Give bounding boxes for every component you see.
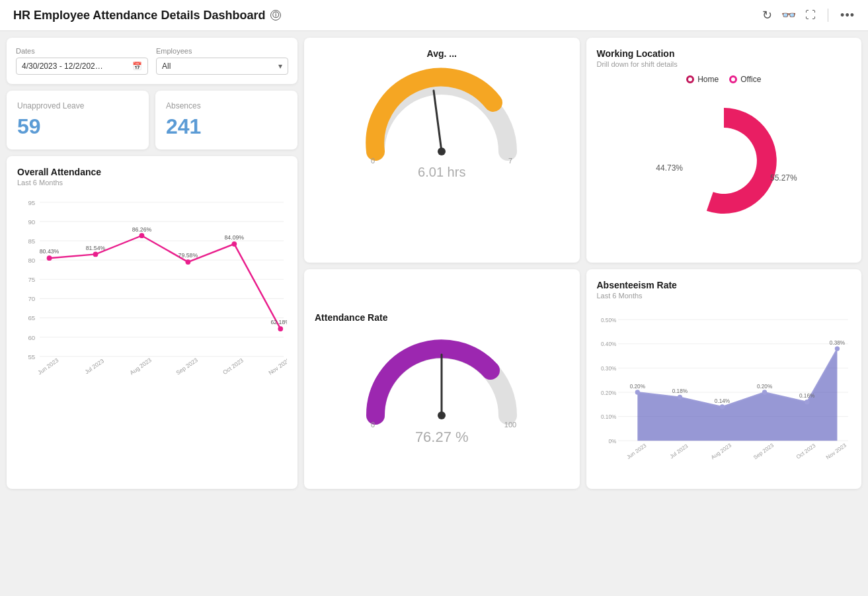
svg-text:95: 95 bbox=[28, 199, 35, 206]
svg-text:0.14%: 0.14% bbox=[714, 398, 730, 404]
office-legend-label: Office bbox=[740, 75, 761, 84]
employees-value: All bbox=[162, 62, 274, 71]
absenteeism-svg: 0% 0.10% 0.20% 0.30% 0.40% 0.50% bbox=[597, 306, 851, 478]
header-divider bbox=[828, 9, 828, 22]
dates-label: Dates bbox=[16, 47, 148, 55]
office-legend-dot bbox=[729, 75, 737, 83]
office-pct-label: 55.27% bbox=[770, 173, 797, 183]
svg-text:Nov 2023: Nov 2023 bbox=[267, 357, 287, 376]
employees-label: Employees bbox=[156, 47, 288, 55]
absences-value: 241 bbox=[166, 114, 287, 139]
svg-text:75: 75 bbox=[28, 276, 35, 283]
data-point bbox=[635, 390, 639, 394]
svg-text:0.16%: 0.16% bbox=[799, 393, 815, 399]
filters-card: Dates 4/30/2023 - 12/2/202… 📅 Employees … bbox=[7, 38, 297, 84]
svg-text:Jun 2023: Jun 2023 bbox=[36, 357, 59, 376]
info-icon[interactable]: ⓘ bbox=[270, 10, 281, 21]
working-location-legend: Home Office bbox=[597, 75, 851, 84]
data-point bbox=[805, 400, 809, 404]
svg-text:Sep 2023: Sep 2023 bbox=[752, 442, 775, 460]
absenteeism-chart: 0% 0.10% 0.20% 0.30% 0.40% 0.50% bbox=[597, 306, 851, 478]
chevron-down-icon: ▾ bbox=[278, 62, 282, 71]
absenteeism-card: Absenteeism Rate Last 6 Months 0% 0.10% … bbox=[586, 269, 862, 489]
svg-text:62.18%: 62.18% bbox=[270, 319, 287, 325]
svg-text:0%: 0% bbox=[608, 439, 617, 445]
unapproved-value: 59 bbox=[17, 114, 138, 139]
svg-text:0: 0 bbox=[371, 157, 375, 165]
avg-gauge-container: 0 7 6.01 hrs bbox=[315, 65, 569, 180]
dashboard: HR Employee Attendance Details Dashboard… bbox=[0, 0, 868, 596]
svg-text:Jul 2023: Jul 2023 bbox=[83, 357, 105, 375]
svg-text:60: 60 bbox=[28, 334, 35, 341]
att-rate-title: Attendance Rate bbox=[315, 312, 387, 323]
svg-text:90: 90 bbox=[28, 218, 35, 226]
data-point bbox=[834, 346, 839, 351]
data-point bbox=[139, 233, 145, 238]
svg-text:100: 100 bbox=[504, 421, 516, 429]
svg-text:0.20%: 0.20% bbox=[756, 384, 772, 390]
svg-text:Nov 2023: Nov 2023 bbox=[825, 442, 848, 460]
data-point bbox=[47, 255, 52, 261]
overall-attendance-chart: 95 90 85 80 75 70 65 60 55 bbox=[17, 193, 287, 378]
data-point bbox=[278, 326, 283, 331]
glasses-icon[interactable]: 👓 bbox=[781, 8, 796, 22]
svg-text:86.26%: 86.26% bbox=[132, 226, 152, 233]
donut-chart-container: 44.73% 55.27% bbox=[597, 95, 851, 227]
working-location-title: Working Location bbox=[597, 48, 851, 59]
svg-text:Aug 2023: Aug 2023 bbox=[129, 357, 153, 376]
avg-gauge-value: 6.01 hrs bbox=[418, 165, 465, 180]
svg-text:80.43%: 80.43% bbox=[40, 248, 59, 255]
svg-text:70: 70 bbox=[28, 295, 35, 302]
svg-text:0.10%: 0.10% bbox=[600, 414, 616, 420]
data-point bbox=[231, 241, 237, 247]
refresh-icon[interactable]: ↻ bbox=[762, 8, 772, 22]
more-icon[interactable]: ••• bbox=[840, 9, 855, 22]
svg-text:0.50%: 0.50% bbox=[600, 318, 616, 323]
avg-gauge-title: Avg. ... bbox=[427, 48, 457, 59]
working-location-subtitle: Drill down for shift details bbox=[597, 60, 851, 68]
svg-text:0.20%: 0.20% bbox=[600, 390, 616, 396]
absences-card: Absences 241 bbox=[155, 91, 297, 149]
svg-text:Oct 2023: Oct 2023 bbox=[795, 443, 816, 460]
svg-text:0.38%: 0.38% bbox=[829, 340, 845, 346]
attendance-line bbox=[50, 235, 281, 329]
overall-attendance-title: Overall Attendance bbox=[17, 167, 287, 177]
svg-text:0.20%: 0.20% bbox=[629, 384, 645, 390]
absenteeism-subtitle: Last 6 Months bbox=[597, 292, 851, 300]
calendar-icon: 📅 bbox=[132, 62, 142, 71]
home-legend-item: Home bbox=[686, 75, 719, 84]
employees-filter-group: Employees All ▾ bbox=[156, 47, 288, 75]
data-point bbox=[762, 390, 766, 394]
svg-text:79.58%: 79.58% bbox=[178, 252, 198, 259]
line-chart-svg: 95 90 85 80 75 70 65 60 55 bbox=[17, 193, 287, 378]
att-rate-value: 76.27 % bbox=[415, 429, 469, 446]
svg-text:55: 55 bbox=[28, 353, 35, 361]
svg-point-31 bbox=[438, 148, 446, 155]
svg-text:65: 65 bbox=[28, 314, 35, 321]
svg-line-30 bbox=[434, 91, 442, 151]
svg-text:Jul 2023: Jul 2023 bbox=[668, 443, 689, 460]
svg-text:80: 80 bbox=[28, 257, 35, 264]
employees-input[interactable]: All ▾ bbox=[156, 58, 288, 75]
absenteeism-title: Absenteeism Rate bbox=[597, 280, 851, 290]
data-point bbox=[93, 252, 99, 257]
dates-input[interactable]: 4/30/2023 - 12/2/202… 📅 bbox=[16, 58, 148, 75]
unapproved-leave-card: Unapproved Leave 59 bbox=[7, 91, 149, 149]
dates-filter-group: Dates 4/30/2023 - 12/2/202… 📅 bbox=[16, 47, 148, 75]
expand-icon[interactable]: ⛶ bbox=[805, 9, 816, 21]
overall-attendance-subtitle: Last 6 Months bbox=[17, 179, 287, 187]
attendance-rate-card: Attendance Rate bbox=[304, 269, 580, 489]
header-title-group: HR Employee Attendance Details Dashboard… bbox=[13, 9, 281, 22]
absences-label: Absences bbox=[166, 101, 287, 110]
header-actions: ↻ 👓 ⛶ ••• bbox=[762, 8, 855, 22]
donut-chart-svg: 44.73% 55.27% bbox=[638, 95, 810, 227]
svg-text:7: 7 bbox=[508, 157, 512, 165]
overall-attendance-card: Overall Attendance Last 6 Months 95 90 8… bbox=[7, 156, 297, 489]
svg-point-35 bbox=[438, 411, 446, 419]
svg-text:0.18%: 0.18% bbox=[672, 388, 688, 394]
svg-text:Aug 2023: Aug 2023 bbox=[710, 442, 732, 460]
working-location-card: Working Location Drill down for shift de… bbox=[586, 38, 862, 263]
dates-value: 4/30/2023 - 12/2/202… bbox=[22, 62, 128, 71]
avg-gauge-svg: 0 7 bbox=[362, 65, 521, 171]
svg-text:0: 0 bbox=[371, 421, 375, 429]
